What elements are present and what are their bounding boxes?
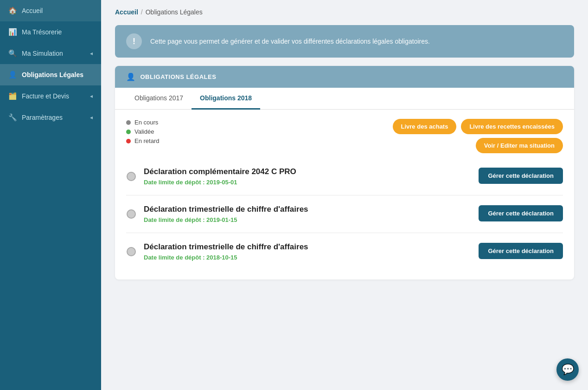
declaration-date-2: Date limite de dépôt : 2019-01-15 (144, 216, 479, 223)
obligations-section: 👤 OBLIGATIONS LÉGALES Obligations 2017 O… (115, 66, 574, 280)
dot-validee (126, 130, 131, 134)
gerer-declaration-2-button[interactable]: Gérer cette déclaration (479, 205, 563, 221)
declaration-item-2: Déclaration trimestrielle de chiffre d'a… (126, 195, 563, 233)
chevron-facture-icon: ◂ (90, 93, 93, 99)
indicator-circle-2 (127, 209, 136, 219)
sidebar: 🏠 Accueil 📊 Ma Trésorerie 🔍 Ma Simulatio… (0, 0, 101, 390)
sidebar-label-tresorerie: Ma Trésorerie (22, 28, 62, 36)
tab-2017[interactable]: Obligations 2017 (126, 88, 192, 110)
indicator-circle-3 (127, 247, 136, 256)
voir-editer-button[interactable]: Voir / Editer ma situation (476, 138, 563, 153)
declaration-list: Déclaration complémentaire 2042 C PRO Da… (115, 158, 574, 280)
declaration-action-2: Gérer cette déclaration (479, 205, 563, 223)
dot-en-cours (126, 120, 131, 125)
section-header-icon: 👤 (126, 72, 136, 81)
sidebar-item-simulation[interactable]: 🔍 Ma Simulation ◂ (0, 43, 101, 64)
dot-en-retard (126, 139, 131, 143)
info-banner: ! Cette page vous permet de générer et d… (115, 25, 574, 58)
breadcrumb-current: Obligations Légales (146, 8, 203, 16)
legend-label-validee: Validée (134, 128, 154, 135)
sidebar-label-obligations: Obligations Légales (22, 71, 83, 78)
indicator-2 (126, 205, 136, 223)
declaration-date-3: Date limite de dépôt : 2018-10-15 (144, 254, 479, 261)
main-content: Accueil / Obligations Légales ! Cette pa… (101, 0, 588, 390)
declaration-title-1: Déclaration complémentaire 2042 C PRO (144, 167, 479, 176)
sidebar-item-obligations[interactable]: 👤 Obligations Légales (0, 64, 101, 85)
sidebar-label-accueil: Accueil (22, 7, 43, 14)
simulation-icon: 🔍 (8, 49, 17, 58)
obligations-icon: 👤 (8, 71, 17, 79)
declaration-content-1: Déclaration complémentaire 2042 C PRO Da… (144, 167, 479, 186)
action-buttons: Livre des achats Livre des recettes enca… (393, 119, 563, 153)
indicator-circle-1 (127, 172, 136, 181)
legend-validee: Validée (126, 128, 159, 135)
sidebar-item-parametrages[interactable]: 🔧 Paramètrages ◂ (0, 107, 101, 128)
breadcrumb: Accueil / Obligations Légales (101, 0, 588, 20)
sidebar-item-facture[interactable]: 🗂️ Facture et Devis ◂ (0, 85, 101, 107)
declaration-content-2: Déclaration trimestrielle de chiffre d'a… (144, 205, 479, 223)
chevron-simulation-icon: ◂ (90, 50, 93, 57)
declaration-content-3: Déclaration trimestrielle de chiffre d'a… (144, 242, 479, 261)
facture-icon: 🗂️ (8, 92, 17, 100)
tabs-container: Obligations 2017 Obligations 2018 (115, 88, 574, 110)
info-icon: ! (126, 33, 142, 49)
gerer-declaration-3-button[interactable]: Gérer cette déclaration (479, 243, 563, 259)
sidebar-label-parametrages: Paramètrages (22, 114, 63, 121)
gerer-declaration-1-button[interactable]: Gérer cette déclaration (479, 168, 563, 184)
home-icon: 🏠 (8, 6, 17, 15)
info-banner-text: Cette page vous permet de générer et de … (150, 38, 430, 45)
action-buttons-row-2: Voir / Editer ma situation (476, 138, 563, 153)
legend-label-en-cours: En cours (134, 119, 158, 126)
tab-2018[interactable]: Obligations 2018 (192, 88, 260, 110)
livre-recettes-button[interactable]: Livre des recettes encaissées (461, 119, 563, 134)
legend-en-cours: En cours (126, 119, 159, 126)
legend-en-retard: En retard (126, 137, 159, 144)
parametrages-icon: 🔧 (8, 113, 17, 122)
chat-icon: 💬 (562, 364, 574, 376)
section-header-title: OBLIGATIONS LÉGALES (141, 73, 217, 80)
breadcrumb-home[interactable]: Accueil (115, 8, 138, 16)
indicator-3 (126, 242, 136, 261)
declaration-item-1: Déclaration complémentaire 2042 C PRO Da… (126, 158, 563, 195)
sidebar-item-tresorerie[interactable]: 📊 Ma Trésorerie (0, 21, 101, 43)
indicator-1 (126, 167, 136, 186)
legend: En cours Validée En retard (126, 119, 159, 144)
declaration-date-1: Date limite de dépôt : 2019-05-01 (144, 179, 479, 186)
sidebar-label-simulation: Ma Simulation (22, 50, 63, 57)
section-header: 👤 OBLIGATIONS LÉGALES (115, 66, 574, 88)
declaration-title-2: Déclaration trimestrielle de chiffre d'a… (144, 205, 479, 214)
livre-achats-button[interactable]: Livre des achats (393, 119, 457, 134)
declaration-title-3: Déclaration trimestrielle de chiffre d'a… (144, 242, 479, 252)
declaration-action-1: Gérer cette déclaration (479, 167, 563, 186)
breadcrumb-separator: / (141, 8, 143, 16)
tresorerie-icon: 📊 (8, 28, 17, 36)
legend-row: En cours Validée En retard Livre des ach… (115, 110, 574, 158)
action-buttons-row-1: Livre des achats Livre des recettes enca… (393, 119, 563, 134)
chat-bubble[interactable]: 💬 (556, 358, 579, 381)
legend-label-en-retard: En retard (134, 137, 159, 144)
sidebar-label-facture: Facture et Devis (22, 92, 69, 100)
declaration-item-3: Déclaration trimestrielle de chiffre d'a… (126, 233, 563, 270)
sidebar-item-accueil[interactable]: 🏠 Accueil (0, 0, 101, 21)
chevron-parametrages-icon: ◂ (90, 114, 93, 121)
declaration-action-3: Gérer cette déclaration (479, 242, 563, 261)
